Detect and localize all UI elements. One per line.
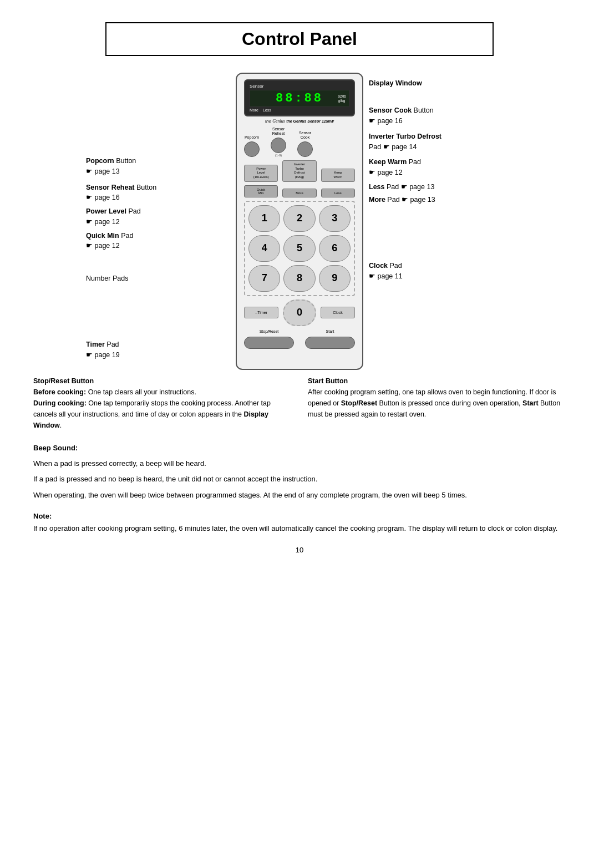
number-2-button[interactable]: 2	[283, 205, 315, 232]
start-section: Start Button After cooking program setti…	[308, 375, 566, 431]
label-more: More Pad ☛ page 13	[369, 195, 513, 205]
right-labels: Display Window Sensor Cook Button ☛ page…	[363, 73, 513, 370]
panel-brand-text: the Genius Sensor 1250W	[286, 119, 334, 123]
beep-line-1: When a pad is pressed correctly, a beep …	[33, 458, 566, 470]
number-3-button[interactable]: 3	[319, 205, 351, 232]
display-digits: 88:88	[250, 90, 349, 107]
stop-start-labels: Stop/Reset Start	[244, 329, 355, 333]
diagram-area: Popcorn Button ☛ page 13 Sensor Reheat B…	[33, 73, 566, 431]
label-less: Less Pad ☛ page 13	[369, 182, 513, 192]
number-7-button[interactable]: 7	[248, 265, 280, 292]
number-5-button[interactable]: 5	[283, 235, 315, 262]
note-text: If no operation after cooking program se…	[33, 522, 566, 535]
number-0-button[interactable]: 0	[283, 300, 316, 326]
panel-brand: the Genius the Genius Sensor 1250W	[244, 119, 355, 124]
below-section: Stop/Reset Button Before cooking: One ta…	[33, 375, 566, 431]
top-buttons-row: Popcorn SensorReheat (1-9) SensorCook	[244, 127, 355, 157]
start-title: Start Button	[308, 377, 348, 385]
display-units: oz/lb g/kg	[338, 94, 346, 103]
more-button[interactable]: More	[282, 189, 316, 197]
note-section: Note: If no operation after cooking prog…	[33, 510, 566, 535]
display-sensor-label: Sensor	[250, 84, 349, 89]
sensor-reheat-sub: (1-9)	[275, 154, 282, 157]
less-button[interactable]: Less	[321, 189, 355, 197]
stop-reset-title: Stop/Reset Button	[33, 377, 94, 385]
sensor-reheat-button[interactable]	[271, 138, 286, 153]
stop-reset-label: Stop/Reset	[244, 329, 294, 333]
title-box: Control Panel	[105, 22, 494, 56]
microwave-panel: Sensor 88:88 oz/lb g/kg More Less the	[236, 73, 363, 370]
page: Control Panel Popcorn Button ☛ page 13 S…	[0, 0, 599, 868]
popcorn-label: Popcorn	[245, 135, 259, 140]
timer-button[interactable]: –Timer	[244, 307, 278, 318]
popcorn-col: Popcorn	[244, 135, 260, 156]
label-inverter-turbo-defrost: Inverter Turbo Defrost Pad ☛ page 14	[369, 131, 513, 153]
start-button[interactable]	[305, 337, 355, 349]
power-level-button[interactable]: PowerLevel(10Levels)	[244, 165, 278, 182]
number-pad: 1 2 3 4 5 6 7 8 9	[244, 201, 355, 296]
label-popcorn: Popcorn Button ☛ page 13	[86, 156, 230, 177]
display-less: Less	[263, 108, 271, 112]
label-number-pads: Number Pads	[86, 273, 230, 284]
number-9-button[interactable]: 9	[319, 265, 351, 292]
page-title: Control Panel	[118, 29, 481, 49]
sensor-cook-button[interactable]	[297, 141, 313, 157]
display-more-less: More Less	[250, 108, 349, 112]
timer-clock-row: –Timer 0 Clock	[244, 300, 355, 326]
label-sensor-cook: Sensor Cook Button ☛ page 16	[369, 105, 513, 126]
inverter-turbo-defrost-button[interactable]: InverterTurboDefrost(lb/kg)	[282, 160, 316, 182]
quick-min-more-less-row: QuickMin More Less	[244, 185, 355, 197]
note-title: Note:	[33, 512, 52, 520]
label-keep-warm: Keep Warm Pad ☛ page 12	[369, 157, 513, 178]
start-label: Start	[305, 329, 355, 333]
number-1-button[interactable]: 1	[248, 205, 280, 232]
keep-warm-button[interactable]: KeepWarm	[321, 169, 355, 182]
popcorn-button[interactable]	[244, 141, 260, 157]
number-6-button[interactable]: 6	[319, 235, 351, 262]
label-clock: Clock Pad ☛ page 11	[369, 261, 513, 282]
unit-oz-lb: oz/lb	[338, 94, 346, 98]
label-sensor-reheat: Sensor Reheat Button ☛ page 16	[86, 182, 230, 204]
label-quick-min: Quick Min Pad ☛ page 12	[86, 231, 230, 252]
stop-reset-button[interactable]	[244, 337, 294, 349]
page-number-text: 10	[296, 546, 303, 554]
label-display-window: Display Window	[369, 78, 513, 89]
sensor-reheat-label: SensorReheat	[272, 127, 285, 136]
display-more: More	[250, 108, 258, 112]
number-8-button[interactable]: 8	[283, 265, 315, 292]
page-number: 10	[296, 546, 303, 554]
stop-reset-section: Stop/Reset Button Before cooking: One ta…	[33, 375, 291, 431]
stop-start-row	[244, 337, 355, 349]
quick-min-button[interactable]: QuickMin	[244, 185, 278, 197]
display-section: Sensor 88:88 oz/lb g/kg More Less	[244, 79, 355, 116]
beep-line-3: When operating, the oven will beep twice…	[33, 489, 566, 501]
label-power-level: Power Level Pad ☛ page 12	[86, 206, 230, 227]
number-4-button[interactable]: 4	[248, 235, 280, 262]
beep-sound-title: Beep Sound:	[33, 444, 78, 452]
label-timer: Timer Pad ☛ page 19	[86, 339, 230, 361]
sensor-reheat-col: SensorReheat (1-9)	[271, 127, 286, 157]
unit-g-kg: g/kg	[338, 99, 346, 103]
middle-row: PowerLevel(10Levels) InverterTurboDefros…	[244, 160, 355, 182]
sensor-cook-label: SensorCook	[299, 131, 311, 140]
sensor-cook-col: SensorCook	[297, 131, 313, 157]
left-labels: Popcorn Button ☛ page 13 Sensor Reheat B…	[86, 73, 236, 370]
panel-wrapper: Popcorn Button ☛ page 13 Sensor Reheat B…	[33, 73, 566, 370]
beep-line-2: If a pad is pressed and no beep is heard…	[33, 473, 566, 485]
beep-sound-section: Beep Sound: When a pad is pressed correc…	[33, 442, 566, 504]
clock-button[interactable]: Clock	[321, 307, 355, 318]
